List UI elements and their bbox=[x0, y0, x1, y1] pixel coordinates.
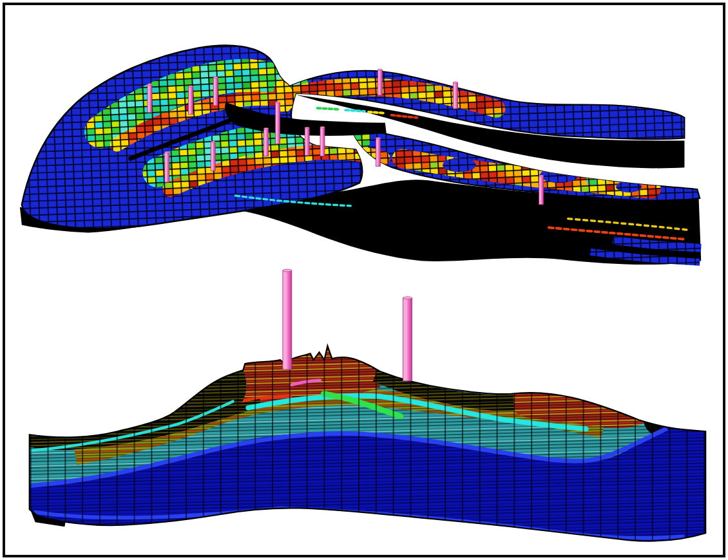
well-marker bbox=[378, 69, 382, 95]
well-marker bbox=[454, 82, 458, 109]
xs-column-lines-overlay bbox=[18, 337, 715, 555]
well-marker bbox=[320, 127, 325, 156]
well-marker bbox=[376, 137, 380, 166]
well-marker bbox=[305, 127, 309, 156]
well-marker bbox=[275, 102, 280, 144]
ribbon-blue-patch bbox=[443, 158, 476, 172]
well-marker bbox=[403, 297, 412, 381]
reservoir-figure-canvas bbox=[5, 5, 723, 555]
plan-view-model bbox=[20, 46, 701, 265]
well-marker bbox=[264, 127, 269, 156]
ribbon-blue-patch bbox=[540, 167, 579, 183]
well-marker bbox=[165, 151, 169, 182]
well-marker bbox=[283, 269, 292, 369]
well-marker bbox=[539, 175, 544, 205]
figure-frame bbox=[3, 3, 725, 557]
well-marker bbox=[188, 86, 193, 115]
cross-section-model bbox=[18, 269, 715, 555]
well-marker bbox=[148, 84, 152, 113]
well-marker bbox=[213, 77, 218, 106]
well-marker bbox=[211, 141, 215, 171]
